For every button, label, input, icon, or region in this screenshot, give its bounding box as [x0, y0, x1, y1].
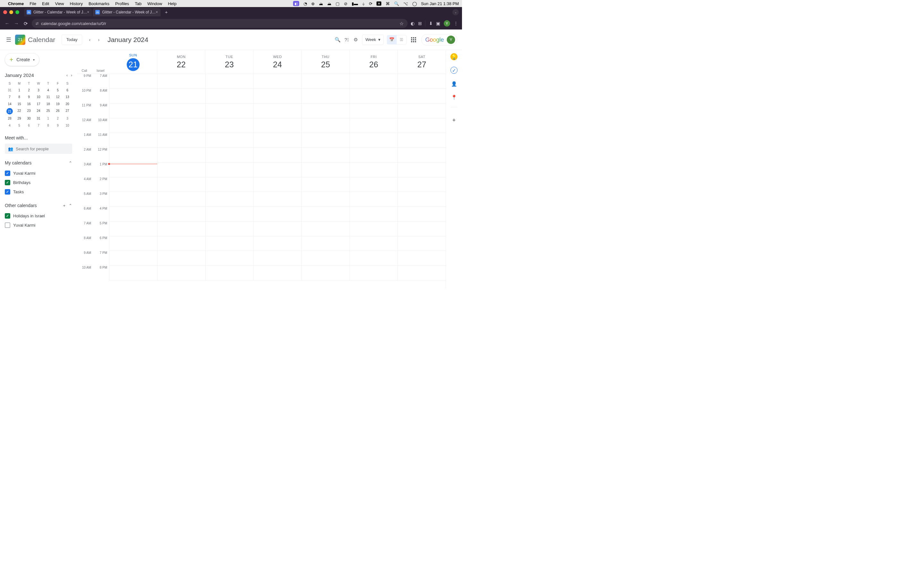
search-people-field[interactable]: 👥	[5, 143, 72, 154]
menu-profiles[interactable]: Profiles	[115, 1, 129, 6]
hour-cell[interactable]	[398, 236, 446, 251]
hour-cell[interactable]	[302, 163, 349, 177]
minimize-window-button[interactable]	[9, 10, 13, 14]
hour-cell[interactable]	[254, 251, 301, 266]
hour-cell[interactable]	[302, 89, 349, 103]
mini-day[interactable]: 2	[24, 87, 34, 94]
hour-cell[interactable]	[205, 236, 253, 251]
hour-cell[interactable]	[157, 207, 205, 221]
mini-day[interactable]: 16	[24, 101, 34, 108]
collapse-icon[interactable]: ⌃	[69, 203, 72, 208]
menu-help[interactable]: Help	[168, 1, 176, 6]
hour-cell[interactable]	[110, 163, 157, 177]
hour-cell[interactable]	[398, 192, 446, 207]
hour-cell[interactable]	[350, 103, 397, 118]
tray-battery-icon[interactable]: ▮▬	[352, 1, 358, 6]
hour-cell[interactable]	[398, 133, 446, 148]
reload-button[interactable]: ⟳	[23, 20, 29, 27]
mini-day[interactable]: 9	[53, 122, 63, 129]
close-window-button[interactable]	[3, 10, 7, 14]
tray-siri-icon[interactable]: ◯	[412, 1, 417, 6]
site-info-icon[interactable]: ⇄	[36, 21, 39, 26]
hour-cell[interactable]	[350, 133, 397, 148]
mini-day[interactable]: 4	[43, 87, 53, 94]
tasks-icon[interactable]: ✓	[451, 67, 457, 74]
tray-icon[interactable]: ⟳	[369, 1, 373, 6]
tray-a-icon[interactable]: A	[376, 2, 381, 6]
day-header[interactable]: THU25	[302, 50, 350, 74]
day-header[interactable]: FRI26	[350, 50, 398, 74]
contacts-icon[interactable]: 👤	[451, 80, 457, 87]
view-selector[interactable]: Week ▾	[362, 35, 384, 45]
mini-day[interactable]: 8	[43, 122, 53, 129]
hour-cell[interactable]	[302, 266, 349, 280]
mini-day[interactable]: 27	[63, 107, 72, 115]
checkbox[interactable]	[5, 222, 10, 228]
day-column[interactable]	[205, 74, 254, 280]
add-addon-button[interactable]: +	[452, 117, 456, 124]
search-people-input[interactable]	[16, 146, 69, 151]
calendar-item[interactable]: Yuval Karmi	[5, 169, 72, 178]
mini-day[interactable]: 18	[43, 101, 53, 108]
week-grid[interactable]: 9 PM10 PM11 PM12 AM1 AM2 AM3 AM4 AM5 AM6…	[77, 74, 446, 288]
hour-cell[interactable]	[350, 74, 397, 89]
tab-close-icon[interactable]: ×	[87, 10, 89, 15]
back-button[interactable]: ←	[4, 20, 10, 27]
hour-cell[interactable]	[110, 207, 157, 221]
mini-day[interactable]: 10	[34, 93, 43, 101]
hour-cell[interactable]	[110, 192, 157, 207]
gcal-logo[interactable]: 21 Calendar	[15, 35, 55, 45]
main-menu-button[interactable]: ☰	[5, 36, 13, 44]
hour-cell[interactable]	[254, 118, 301, 133]
hour-cell[interactable]	[205, 74, 253, 89]
mini-day[interactable]: 23	[24, 107, 34, 115]
calendar-item[interactable]: Birthdays	[5, 178, 72, 187]
day-column[interactable]	[157, 74, 205, 280]
day-header[interactable]: TUE23	[205, 50, 254, 74]
hour-cell[interactable]	[254, 221, 301, 236]
tray-zoom-icon[interactable]: ▮▯	[293, 1, 299, 6]
hour-cell[interactable]	[350, 192, 397, 207]
menu-history[interactable]: History	[69, 1, 82, 6]
tab-0[interactable]: 21 Glitter - Calendar - Week of J… ×	[24, 8, 92, 16]
mini-day[interactable]: 3	[34, 87, 43, 94]
day-header[interactable]: SAT27	[398, 50, 446, 74]
tray-control-icon[interactable]: ⌥	[403, 1, 408, 6]
hour-cell[interactable]	[254, 177, 301, 192]
hour-cell[interactable]	[110, 118, 157, 133]
search-button[interactable]: 🔍	[334, 36, 341, 44]
sidepanel-button[interactable]: ▣	[436, 21, 440, 26]
hour-cell[interactable]	[110, 266, 157, 280]
day-column[interactable]	[398, 74, 446, 280]
hour-cell[interactable]	[157, 89, 205, 103]
hour-cell[interactable]	[205, 221, 253, 236]
day-header[interactable]: WED24	[254, 50, 302, 74]
hour-cell[interactable]	[254, 163, 301, 177]
address-bar[interactable]: ⇄ calendar.google.com/calendar/u/0/r ☆	[32, 19, 408, 28]
mini-day[interactable]: 26	[53, 107, 63, 115]
calendar-item[interactable]: Tasks	[5, 187, 72, 197]
mini-day[interactable]: 31	[5, 87, 15, 94]
hour-cell[interactable]	[302, 118, 349, 133]
mini-day[interactable]: 24	[34, 107, 43, 115]
hour-cell[interactable]	[350, 163, 397, 177]
menu-app[interactable]: Chrome	[8, 1, 24, 6]
hour-cell[interactable]	[398, 163, 446, 177]
hour-cell[interactable]	[110, 177, 157, 192]
hour-cell[interactable]	[350, 221, 397, 236]
hour-cell[interactable]	[254, 148, 301, 163]
hour-cell[interactable]	[350, 207, 397, 221]
mini-day[interactable]: 7	[34, 122, 43, 129]
prev-week-button[interactable]: ‹	[86, 36, 94, 44]
hour-cell[interactable]	[110, 133, 157, 148]
hour-cell[interactable]	[254, 192, 301, 207]
hour-cell[interactable]	[398, 221, 446, 236]
mini-day[interactable]: 15	[15, 101, 24, 108]
hour-cell[interactable]	[254, 207, 301, 221]
mini-day[interactable]: 9	[24, 93, 34, 101]
mini-next-button[interactable]: ›	[71, 73, 72, 77]
extensions-button[interactable]: ⊞	[418, 21, 422, 26]
mini-day[interactable]: 5	[15, 122, 24, 129]
hour-cell[interactable]	[157, 251, 205, 266]
tray-search-icon[interactable]: 🔍	[394, 1, 399, 6]
